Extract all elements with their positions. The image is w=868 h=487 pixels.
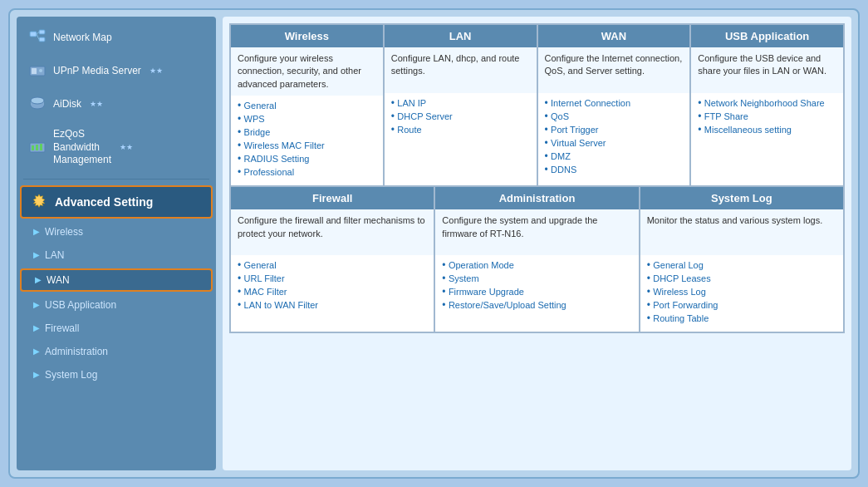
sidebar: Network Map UPnP Media Server ★★ — [17, 17, 216, 470]
link-lan-wan-filter[interactable]: LAN to WAN Filter — [238, 298, 427, 312]
arrow-icon-lan: ▶ — [33, 250, 40, 259]
desc-usb: Configure the USB device and share your … — [691, 47, 843, 93]
link-system[interactable]: System — [442, 272, 631, 285]
link-dhcp-leases[interactable]: DHCP Leases — [647, 272, 836, 285]
desc-syslog: Monitor the status and various system lo… — [640, 209, 843, 255]
sidebar-item-advanced-setting[interactable]: Advanced Setting — [20, 185, 213, 219]
link-network-neighborhood[interactable]: Network Neighborhood Share — [698, 96, 836, 110]
arrow-icon-wireless: ▶ — [33, 227, 40, 236]
sidebar-item-network-map[interactable]: Network Map — [20, 22, 213, 52]
sub-item-system-log[interactable]: ▶ System Log — [20, 365, 213, 385]
link-bridge[interactable]: Bridge — [238, 125, 376, 139]
upnp-stars: ★★ — [150, 66, 163, 75]
link-dhcp-server[interactable]: DHCP Server — [391, 110, 530, 123]
arrow-icon-wan: ▶ — [35, 275, 42, 284]
sub-item-wan[interactable]: ▶ WAN — [20, 268, 213, 292]
sub-item-lan[interactable]: ▶ LAN — [20, 245, 213, 265]
link-mac-filter[interactable]: MAC Filter — [238, 285, 427, 298]
aidisk-stars: ★★ — [90, 100, 103, 108]
link-restore-save[interactable]: Restore/Save/Upload Setting — [442, 298, 631, 312]
links-syslog: General Log DHCP Leases Wireless Log Por… — [640, 255, 843, 332]
link-routing-table[interactable]: Routing Table — [647, 312, 836, 325]
link-operation-mode[interactable]: Operation Mode — [442, 258, 631, 272]
upnp-icon — [28, 61, 47, 80]
ezqos-icon — [28, 138, 47, 156]
link-port-trigger[interactable]: Port Trigger — [545, 123, 684, 136]
link-wps[interactable]: WPS — [238, 112, 376, 125]
section-admin: Administration Configure the system and … — [434, 187, 639, 332]
svg-rect-13 — [36, 145, 38, 150]
svg-rect-1 — [39, 30, 45, 34]
sidebar-item-upnp[interactable]: UPnP Media Server ★★ — [20, 56, 213, 86]
links-usb: Network Neighborhood Share FTP Share Mis… — [691, 93, 843, 185]
section-lan: LAN Configure LAN, dhcp, and route setti… — [384, 24, 537, 186]
link-url-filter[interactable]: URL Filter — [238, 272, 427, 285]
header-wireless: Wireless — [231, 25, 383, 47]
sub-item-label-admin: Administration — [45, 346, 108, 357]
link-internet-connection[interactable]: Internet Connection — [545, 96, 684, 110]
links-lan: LAN IP DHCP Server Route — [385, 93, 537, 185]
link-lan-ip[interactable]: LAN IP — [391, 96, 530, 110]
top-grid: Wireless Configure your wireless connect… — [229, 23, 845, 187]
svg-rect-12 — [32, 145, 34, 150]
ezqos-stars: ★★ — [120, 143, 133, 151]
link-misc-setting[interactable]: Miscellaneous setting — [698, 123, 836, 136]
link-ftp-share[interactable]: FTP Share — [698, 110, 836, 123]
sidebar-item-aidisk[interactable]: AiDisk ★★ — [20, 89, 213, 119]
header-usb: USB Application — [691, 25, 843, 47]
link-port-forwarding[interactable]: Port Forwarding — [647, 298, 836, 312]
link-radius-setting[interactable]: RADIUS Setting — [238, 152, 376, 165]
link-qos[interactable]: QoS — [545, 110, 684, 123]
sidebar-item-ezqos[interactable]: EzQoSBandwidthManagement ★★ — [20, 122, 213, 173]
header-firewall: Firewall — [231, 187, 434, 209]
link-route[interactable]: Route — [391, 123, 530, 136]
svg-rect-6 — [32, 68, 37, 74]
outer-container: Network Map UPnP Media Server ★★ — [8, 8, 860, 479]
link-dmz[interactable]: DMZ — [545, 150, 684, 163]
section-usb: USB Application Configure the USB device… — [690, 24, 844, 186]
header-admin: Administration — [435, 187, 638, 209]
svg-rect-2 — [39, 37, 45, 42]
sub-item-label-lan: LAN — [45, 249, 64, 261]
desc-firewall: Configure the firewall and filter mechan… — [231, 209, 434, 255]
header-syslog: System Log — [640, 187, 843, 209]
sidebar-divider — [23, 179, 209, 180]
sub-item-wireless[interactable]: ▶ Wireless — [20, 222, 213, 242]
sub-item-label-wan: WAN — [47, 274, 70, 286]
section-syslog: System Log Monitor the status and variou… — [640, 187, 844, 332]
main-content: Wireless Configure your wireless connect… — [223, 17, 851, 470]
section-wan: WAN Configure the Internet connection, Q… — [537, 24, 691, 186]
sidebar-label-advanced-setting: Advanced Setting — [55, 195, 153, 209]
network-map-icon — [28, 28, 47, 47]
link-fw-general[interactable]: General — [238, 258, 427, 272]
sub-item-administration[interactable]: ▶ Administration — [20, 342, 213, 362]
links-wan: Internet Connection QoS Port Trigger Vir… — [538, 93, 690, 185]
section-wireless: Wireless Configure your wireless connect… — [230, 24, 384, 186]
svg-point-7 — [39, 69, 42, 72]
sidebar-label-ezqos: EzQoSBandwidthManagement — [53, 128, 111, 167]
link-wireless-log[interactable]: Wireless Log — [647, 285, 836, 298]
links-admin: Operation Mode System Firmware Upgrade R… — [435, 255, 638, 332]
header-wan: WAN — [538, 25, 690, 47]
desc-lan: Configure LAN, dhcp, and route settings. — [385, 47, 537, 93]
sub-item-usb-application[interactable]: ▶ USB Application — [20, 295, 213, 315]
arrow-icon-firewall: ▶ — [33, 323, 40, 332]
link-professional[interactable]: Professional — [238, 165, 376, 179]
link-virtual-server[interactable]: Virtual Server — [545, 136, 684, 150]
link-wireless-mac-filter[interactable]: Wireless MAC Filter — [238, 139, 376, 152]
aidisk-icon — [28, 95, 47, 113]
sidebar-label-upnp: UPnP Media Server — [53, 65, 141, 76]
svg-rect-14 — [40, 144, 42, 150]
link-general[interactable]: General — [238, 99, 376, 112]
desc-wan: Configure the Internet connection, QoS, … — [538, 47, 690, 93]
sub-items-container: ▶ Wireless ▶ LAN ▶ WAN ▶ USB Application… — [17, 221, 216, 386]
sub-item-firewall[interactable]: ▶ Firewall — [20, 318, 213, 338]
link-firmware-upgrade[interactable]: Firmware Upgrade — [442, 285, 631, 298]
sub-item-label-wireless: Wireless — [45, 226, 83, 238]
bottom-grid: Firewall Configure the firewall and filt… — [229, 187, 845, 333]
svg-line-4 — [37, 34, 39, 40]
arrow-icon-admin: ▶ — [33, 347, 40, 356]
link-general-log[interactable]: General Log — [647, 258, 836, 272]
links-firewall: General URL Filter MAC Filter LAN to WAN… — [231, 255, 434, 332]
link-ddns[interactable]: DDNS — [545, 163, 684, 176]
